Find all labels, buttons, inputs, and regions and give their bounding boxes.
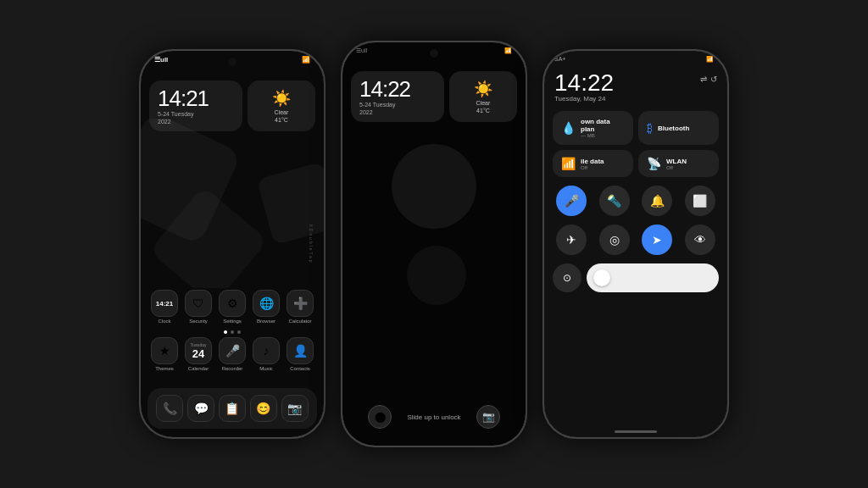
lock-widgets: 14:22 5-24 Tuesday 2022 ☀️ Clear 41°C [342, 63, 526, 125]
dot-2 [231, 330, 234, 334]
app-clock[interactable]: 14:21 Clock [148, 290, 181, 324]
app-security-label: Security [189, 319, 208, 324]
lock-clock-date: 5-24 Tuesday [359, 102, 436, 108]
data-plan-icon: 💧 [561, 121, 576, 135]
app-calculator[interactable]: ➕ Calculator [284, 290, 316, 324]
dot-3 [237, 330, 241, 334]
control-header: 14:22 Tuesday, May 24 ⇌ ↺ [544, 64, 727, 106]
wlan-info: WLAN Off [666, 158, 710, 170]
ctrl-mic-btn[interactable]: 🎤 [556, 186, 587, 216]
data-plan-info: own data plan — MB [581, 118, 625, 138]
phone-lock: ☰ull 📶 14:22 5-24 Tuesday 2022 ☀️ Clear … [341, 41, 527, 447]
app-calendar-label: Calendar [188, 366, 209, 371]
home-widgets: 14:21 5-24 Tuesday 2022 ☀️ Clear 41°C [141, 72, 324, 135]
clock-widget[interactable]: 14:21 5-24 Tuesday 2022 [149, 80, 242, 131]
clock-time: 14:21 [158, 87, 234, 109]
dock-messages[interactable]: 💬 [187, 395, 214, 422]
lock-weather-widget: ☀️ Clear 41°C [449, 71, 517, 122]
camera-notch [228, 58, 236, 66]
unlock-text: Slide up to unlock [407, 413, 460, 421]
clock-year: 2022 [158, 119, 234, 125]
lock-circle-1 [392, 144, 476, 229]
quick-tiles: 💧 own data plan — MB ₿ Bluetooth 📶 ile [544, 106, 727, 182]
bluetooth-label: Bluetooth [658, 125, 710, 132]
tile-wlan[interactable]: 📡 WLAN Off [638, 150, 719, 177]
home-bar [615, 430, 657, 433]
app-row-1: 14:21 Clock 🛡 Security ⚙ Settings 🌐 Brow… [147, 290, 317, 324]
app-contacts[interactable]: 👤 Contacts [284, 337, 316, 371]
refresh-icon[interactable]: ↺ [710, 75, 717, 84]
app-settings-label: Settings [223, 319, 242, 324]
app-calendar[interactable]: Tuesday 24 Calendar [182, 337, 214, 371]
ctrl-airplane-btn[interactable]: ✈ [556, 225, 587, 255]
dock-notes[interactable]: 📋 [219, 395, 246, 422]
dock: 📞 💬 📋 😊 📷 [147, 388, 317, 429]
app-browser[interactable]: 🌐 Browser [250, 290, 282, 324]
app-music[interactable]: ♪ Music [250, 337, 282, 371]
dot-1 [224, 330, 227, 334]
lock-bottom-left[interactable]: ⬤ [368, 405, 392, 429]
lock-weather-desc: Clear [476, 100, 491, 106]
ctrl-brightness-btn[interactable]: ⊙ [553, 263, 581, 292]
page-dots [147, 330, 317, 334]
tile-bluetooth[interactable]: ₿ Bluetooth [638, 111, 719, 145]
mobile-data-info: ile data Off [581, 158, 625, 170]
ctrl-screen-btn[interactable]: ⬜ [685, 186, 715, 216]
app-recorder[interactable]: 🎤 Recorder [216, 337, 248, 371]
app-clock-label: Clock [158, 319, 170, 324]
lock-clock-time: 14:22 [359, 78, 436, 100]
lock-circle-2 [407, 246, 466, 305]
dock-phone[interactable]: 📞 [156, 395, 183, 422]
ctrl-buttons-row2: ✈ ◎ ➤ 👁 [544, 221, 727, 258]
unlock-area[interactable]: Slide up to unlock [407, 413, 460, 421]
lock-bottom: ⬤ Slide up to unlock 📷 [342, 405, 526, 429]
brightness-slider[interactable] [587, 263, 719, 292]
ctrl-torch-btn[interactable]: 🔦 [599, 186, 630, 216]
control-screen: SA+ 📶 14:22 Tuesday, May 24 ⇌ ↺ 💧 [544, 51, 727, 437]
lock-clock-year: 2022 [359, 109, 436, 115]
tile-mobile-data[interactable]: 📶 ile data Off [553, 150, 633, 177]
dock-camera[interactable]: 📷 [281, 395, 309, 422]
tile-data-plan[interactable]: 💧 own data plan — MB [553, 111, 633, 145]
ctrl-bell-btn[interactable]: 🔔 [642, 186, 672, 216]
browser-icon: 🌐 [253, 290, 280, 317]
weather-temp: 41°C [275, 117, 288, 123]
ctrl-focus-btn[interactable]: ◎ [599, 225, 630, 255]
camera-notch-lock [430, 49, 438, 58]
wlan-sub: Off [666, 165, 710, 170]
lock-bottom-right[interactable]: 📷 [476, 405, 500, 429]
clock-icon: 14:21 [151, 290, 178, 317]
home-screen: ☰ull 📶 14:21 5-24 Tuesday 2022 ☀️ Clear … [141, 51, 324, 437]
ctrl-eye-btn[interactable]: 👁 [685, 225, 715, 255]
app-themes[interactable]: ★ Themes [148, 337, 181, 371]
settings-icon: ⚙ [219, 290, 246, 317]
bluetooth-info: Bluetooth [658, 125, 710, 132]
app-music-label: Music [259, 366, 273, 371]
ctrl-location-btn[interactable]: ➤ [642, 225, 672, 255]
app-contacts-label: Contacts [290, 366, 310, 371]
bluetooth-icon: ₿ [647, 121, 653, 135]
data-plan-label: own data plan [581, 118, 625, 133]
control-time-area: 14:22 Tuesday, May 24 [554, 71, 614, 103]
ctrl-buttons-row1: 🎤 🔦 🔔 ⬜ [544, 182, 727, 219]
contacts-icon: 👤 [287, 337, 314, 364]
app-row-2: ★ Themes Tuesday 24 Calendar 🎤 Recorder [147, 337, 317, 371]
app-recorder-label: Recorder [222, 366, 243, 371]
lock-shapes [342, 93, 526, 347]
signal-icon: 📶 [302, 56, 310, 64]
side-label: XDoubleTap [308, 224, 313, 263]
phone-control: SA+ 📶 14:22 Tuesday, May 24 ⇌ ↺ 💧 [542, 49, 729, 439]
weather-widget[interactable]: ☀️ Clear 41°C [248, 80, 315, 131]
weather-desc: Clear [275, 109, 289, 115]
edit-icon[interactable]: ⇌ [700, 75, 707, 84]
app-settings[interactable]: ⚙ Settings [216, 290, 248, 324]
dock-emoji[interactable]: 😊 [250, 395, 277, 422]
mobile-data-label: ile data [581, 158, 625, 165]
app-security[interactable]: 🛡 Security [182, 290, 214, 324]
slider-handle[interactable] [593, 269, 610, 286]
camera-notch-ctrl [632, 58, 640, 66]
security-icon: 🛡 [185, 290, 212, 317]
lock-weather-icon: ☀️ [474, 80, 492, 98]
shape-3 [149, 186, 269, 288]
app-grid: 14:21 Clock 🛡 Security ⚙ Settings 🌐 Brow… [141, 290, 324, 378]
